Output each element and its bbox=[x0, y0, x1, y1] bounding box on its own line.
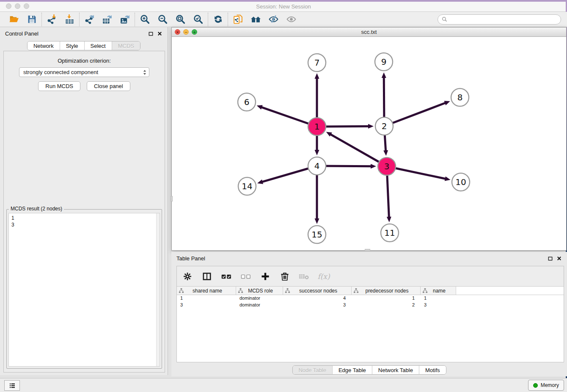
hide-selected-button[interactable] bbox=[267, 13, 280, 26]
deselect-all-button[interactable] bbox=[240, 271, 251, 282]
graph-edge-2-8[interactable] bbox=[384, 101, 450, 126]
run-mcds-button[interactable]: Run MCDS bbox=[38, 81, 80, 91]
column-header-predecessor-nodes[interactable]: predecessor nodes bbox=[352, 287, 421, 295]
first-neighbors-button[interactable] bbox=[249, 13, 262, 26]
graph-node-6[interactable]: 6 bbox=[238, 93, 256, 111]
table-tab-motifs[interactable]: Motifs bbox=[419, 366, 446, 374]
show-all-button[interactable] bbox=[285, 13, 297, 26]
delete-columns-button[interactable] bbox=[279, 271, 290, 282]
splitter-handle-horizontal[interactable] bbox=[365, 249, 370, 251]
import-network-icon bbox=[47, 14, 57, 25]
svg-text:10: 10 bbox=[455, 177, 466, 187]
zoom-in-icon bbox=[140, 14, 150, 25]
export-table-button[interactable] bbox=[101, 13, 113, 26]
table-row[interactable]: 3dominator323 bbox=[177, 302, 564, 309]
cell-name[interactable]: 1 bbox=[421, 295, 456, 302]
refresh-layout-icon bbox=[213, 14, 223, 25]
close-panel-icon[interactable] bbox=[157, 31, 162, 36]
cell-name[interactable]: 3 bbox=[421, 302, 456, 309]
float-panel-icon[interactable] bbox=[148, 31, 154, 36]
search-box[interactable] bbox=[438, 14, 561, 25]
task-list-icon bbox=[8, 382, 17, 389]
function-builder-icon: f(x) bbox=[317, 272, 330, 281]
svg-text:1: 1 bbox=[314, 121, 320, 132]
network-close-icon[interactable]: × bbox=[175, 29, 180, 35]
control-panel: Control Panel NetworkStyleSelectMCDS Opt… bbox=[0, 27, 168, 375]
graph-node-7[interactable]: 7 bbox=[308, 54, 326, 72]
svg-text:7: 7 bbox=[314, 58, 320, 68]
graph-node-8[interactable]: 8 bbox=[451, 88, 469, 106]
column-header-label: MCDS role bbox=[244, 288, 281, 294]
column-header-shared-name[interactable]: shared name bbox=[177, 287, 236, 295]
tab-network[interactable]: Network bbox=[28, 41, 60, 50]
graph-node-15[interactable]: 15 bbox=[308, 226, 326, 243]
cell-shared-name[interactable]: 3 bbox=[177, 302, 236, 309]
zoom-fit-button[interactable] bbox=[174, 13, 187, 26]
graph-node-11[interactable]: 11 bbox=[381, 224, 399, 242]
graph-edge-3-10[interactable] bbox=[387, 166, 451, 181]
network-window-titlebar[interactable]: × − + scc.txt bbox=[172, 28, 566, 37]
graph-node-4[interactable]: 4 bbox=[308, 157, 326, 175]
cell-successor-nodes[interactable]: 3 bbox=[283, 302, 352, 309]
graph-node-9[interactable]: 9 bbox=[375, 53, 393, 71]
graph-node-14[interactable]: 14 bbox=[238, 177, 256, 195]
task-history-button[interactable] bbox=[4, 380, 20, 391]
import-table-button[interactable] bbox=[63, 13, 76, 26]
select-all-button[interactable] bbox=[221, 271, 232, 282]
column-header-name[interactable]: name bbox=[421, 287, 456, 295]
toggle-panel-button[interactable] bbox=[201, 271, 212, 282]
tab-mcds[interactable]: MCDS bbox=[112, 41, 140, 50]
cell-predecessor-nodes[interactable]: 2 bbox=[352, 302, 421, 309]
tab-select[interactable]: Select bbox=[84, 41, 112, 50]
splitter-handle-vertical[interactable] bbox=[171, 196, 173, 202]
attribute-table[interactable]: shared nameMCDS rolesuccessor nodesprede… bbox=[177, 286, 564, 362]
table-tab-node-table[interactable]: Node Table bbox=[292, 366, 332, 374]
zoom-in-button[interactable] bbox=[138, 13, 151, 26]
network-canvas[interactable]: 1234678910111415 bbox=[172, 37, 566, 250]
save-button[interactable] bbox=[25, 13, 38, 26]
graph-node-1[interactable]: 1 bbox=[308, 118, 326, 135]
cell-MCDS-role[interactable]: dominator bbox=[236, 302, 283, 309]
svg-text:6: 6 bbox=[244, 97, 250, 107]
table-tab-edge-table[interactable]: Edge Table bbox=[332, 366, 372, 374]
result-scrollbar[interactable] bbox=[156, 213, 160, 366]
gear-button[interactable] bbox=[182, 271, 193, 282]
export-network-icon bbox=[84, 14, 95, 25]
search-input[interactable] bbox=[449, 17, 557, 22]
column-type-icon bbox=[179, 288, 184, 293]
close-table-panel-icon[interactable] bbox=[556, 256, 562, 261]
clone-network-button[interactable] bbox=[231, 13, 244, 26]
cell-successor-nodes[interactable]: 4 bbox=[283, 295, 352, 302]
tab-style[interactable]: Style bbox=[60, 41, 84, 50]
svg-text:15: 15 bbox=[311, 229, 322, 240]
column-header-successor-nodes[interactable]: successor nodes bbox=[283, 287, 352, 295]
zoom-selected-button[interactable] bbox=[192, 13, 204, 26]
table-tab-network-table[interactable]: Network Table bbox=[372, 366, 419, 374]
network-minimize-icon[interactable]: − bbox=[183, 29, 189, 35]
graph-node-2[interactable]: 2 bbox=[375, 117, 393, 135]
table-row[interactable]: 1dominator411 bbox=[177, 295, 564, 302]
network-maximize-icon[interactable]: + bbox=[192, 29, 197, 35]
column-header-MCDS-role[interactable]: MCDS role bbox=[236, 287, 283, 295]
memory-button[interactable]: Memory bbox=[528, 380, 564, 391]
export-image-button[interactable] bbox=[118, 13, 131, 26]
cell-MCDS-role[interactable]: dominator bbox=[236, 295, 283, 302]
cell-shared-name[interactable]: 1 bbox=[177, 295, 236, 302]
import-network-button[interactable] bbox=[45, 13, 58, 26]
cell-predecessor-nodes[interactable]: 1 bbox=[352, 295, 421, 302]
network-view-window: × − + scc.txt 1234678910111415 bbox=[171, 27, 567, 251]
criterion-select[interactable]: strongly connected component bbox=[19, 67, 149, 77]
add-column-button[interactable] bbox=[260, 271, 271, 282]
clone-network-icon bbox=[233, 14, 243, 25]
close-panel-button[interactable]: Close panel bbox=[87, 81, 130, 91]
export-network-button[interactable] bbox=[83, 13, 96, 26]
zoom-out-button[interactable] bbox=[156, 13, 169, 26]
mcds-result-list[interactable]: 13 bbox=[8, 213, 160, 367]
refresh-layout-button[interactable] bbox=[212, 13, 224, 26]
open-folder-button[interactable] bbox=[8, 13, 20, 26]
graph-edge-1-6[interactable] bbox=[257, 105, 317, 127]
graph-node-3[interactable]: 3 bbox=[378, 157, 396, 175]
graph-node-10[interactable]: 10 bbox=[452, 173, 470, 191]
float-table-panel-icon[interactable] bbox=[548, 256, 553, 261]
graph-edge-3-1[interactable] bbox=[326, 132, 387, 166]
